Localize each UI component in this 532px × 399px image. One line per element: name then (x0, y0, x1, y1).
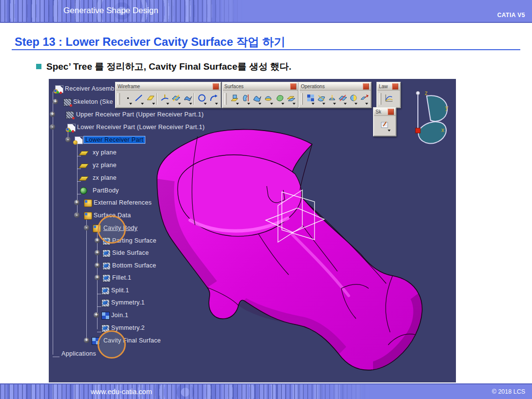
extrude-icon[interactable] (228, 92, 239, 106)
part-icon (67, 124, 76, 132)
extrapolate-icon[interactable] (358, 92, 369, 106)
plane-icon[interactable] (144, 92, 156, 106)
split-icon[interactable] (315, 92, 326, 106)
toolbar-surfaces[interactable]: Surfaces (222, 82, 299, 108)
part-icon (66, 111, 74, 119)
close-surface-icon[interactable] (347, 92, 358, 106)
close-icon[interactable] (213, 83, 219, 90)
revolve-icon[interactable] (239, 92, 251, 106)
toolbar-title: Operations (301, 84, 363, 89)
expander-icon[interactable]: + (94, 312, 99, 318)
expander-icon[interactable]: + (50, 112, 55, 117)
expander-icon[interactable]: + (95, 263, 100, 268)
tree-item-label[interactable]: External References (94, 199, 152, 206)
app-title: Generative Shape Design (63, 6, 158, 16)
close-icon[interactable] (290, 83, 296, 90)
tree-item-label[interactable]: Split.1 (111, 287, 129, 294)
open-body-icon (84, 199, 92, 207)
sketch-icon[interactable] (378, 119, 391, 133)
tree-item: + External References (49, 199, 456, 209)
tree-item: Split.1 (49, 286, 456, 296)
toolbar-title: Surfaces (224, 84, 290, 89)
footer-bar: www.edu-catia.com © 2018 LCS (0, 383, 532, 399)
sphere-icon[interactable] (262, 92, 273, 106)
slide: Generative Shape Design CATIA V5 Step 13… (0, 0, 532, 399)
expander-icon[interactable]: + (95, 238, 100, 243)
point-icon[interactable] (121, 92, 133, 106)
tree-item: + Fillet.1 (49, 274, 456, 284)
law-icon[interactable] (383, 92, 395, 106)
toolbar-sketcher[interactable]: Sk (373, 107, 396, 136)
trim-icon[interactable] (326, 92, 336, 106)
tree-item-label[interactable]: PartBody (93, 187, 119, 194)
tree-item: - Lower Receiver Part (49, 136, 456, 146)
catia-viewport[interactable]: Receiver Assemb + Skeleton (Ske + Upper … (49, 79, 456, 382)
expander-icon[interactable]: - (65, 137, 71, 142)
tree-item: zx plane (49, 174, 456, 184)
tree-item-label[interactable]: Upper Receiver Part (Upper Receiver Part… (76, 111, 204, 118)
surface-feature-icon (102, 262, 111, 270)
toolbar-grip[interactable] (379, 93, 381, 105)
intersection-icon[interactable] (170, 92, 181, 106)
close-icon[interactable] (363, 83, 369, 90)
toolbar-title: Sk (375, 109, 388, 114)
toolbar-operations[interactable]: Operations (298, 82, 372, 108)
surface-feature-icon (101, 299, 110, 307)
tree-item-label[interactable]: Receiver Assemb (65, 85, 115, 92)
corner-icon[interactable] (207, 92, 218, 106)
expander-icon[interactable]: + (95, 275, 100, 280)
annotation-circle-cavity-final-surface (98, 330, 126, 359)
projection-icon[interactable] (158, 92, 170, 106)
expander-icon[interactable]: - (84, 225, 89, 230)
expander-icon[interactable]: + (53, 99, 58, 104)
tree-item: + Join.1 (49, 311, 456, 321)
tree-item-label-selected[interactable]: Lower Receiver Part (84, 136, 145, 143)
tree-item-label[interactable]: Join.1 (111, 312, 128, 319)
toolbar-wireframe[interactable]: Wireframe (115, 82, 221, 108)
close-icon[interactable] (392, 83, 398, 90)
toolbar-grip[interactable] (118, 93, 120, 105)
expander-icon[interactable]: + (95, 250, 100, 255)
header-bar: Generative Shape Design CATIA V5 (0, 0, 532, 23)
circle-icon[interactable] (196, 92, 207, 106)
fill-icon[interactable] (274, 92, 285, 106)
bullet-square-icon (36, 64, 41, 69)
offset-icon[interactable] (285, 92, 296, 106)
close-icon[interactable] (388, 109, 394, 115)
tree-item-label[interactable]: Symmetry.1 (111, 299, 145, 306)
tree-item-label[interactable]: Bottom Surface (112, 262, 156, 269)
join-icon[interactable] (304, 92, 315, 106)
tree-item-label[interactable]: Fillet.1 (112, 274, 131, 281)
tree-item-label[interactable]: zx plane (93, 174, 117, 181)
line-icon[interactable] (133, 92, 144, 106)
annotation-circle-cavity-body (98, 215, 126, 244)
toolbar-title: Law (379, 84, 392, 89)
plane-icon (79, 176, 89, 181)
intersect-icon[interactable] (336, 92, 347, 106)
plane-icon (79, 151, 89, 155)
expander-icon[interactable]: - (50, 124, 55, 130)
toolbar-grip[interactable] (224, 93, 227, 105)
tree-item-label[interactable]: xy plane (93, 149, 117, 156)
sweep-icon[interactable] (251, 92, 262, 106)
tree-item-label[interactable]: Side Surface (112, 249, 149, 256)
tree-item: Symmetry.1 (49, 299, 456, 308)
surface-feature-icon (102, 274, 111, 282)
tree-item-label[interactable]: Applications (61, 350, 96, 357)
footer-texture (0, 384, 371, 399)
boundary-icon[interactable] (181, 92, 193, 106)
toolbar-law[interactable]: Law (376, 82, 401, 108)
tree-item-label[interactable]: Lower Receiver Part (Lower Receiver Part… (77, 124, 205, 131)
footer-copyright: © 2018 LCS (492, 388, 525, 395)
footer-site-link[interactable]: www.edu-catia.com (91, 388, 152, 396)
tree-item-label[interactable]: Skeleton (Ske (73, 98, 113, 105)
tree-item-label[interactable]: yz plane (93, 162, 117, 169)
part-icon (63, 98, 72, 106)
bullet-text: Spec’ Tree 를 정리하고, Cavity Final Surface를… (46, 60, 292, 73)
expander-icon[interactable]: - (74, 212, 79, 218)
expander-icon[interactable]: + (84, 338, 89, 343)
toolbar-grip[interactable] (301, 93, 303, 105)
expander-icon[interactable]: + (74, 200, 79, 205)
partbody-icon (80, 187, 87, 194)
tree-item-label[interactable]: Symmetry.2 (111, 324, 145, 331)
